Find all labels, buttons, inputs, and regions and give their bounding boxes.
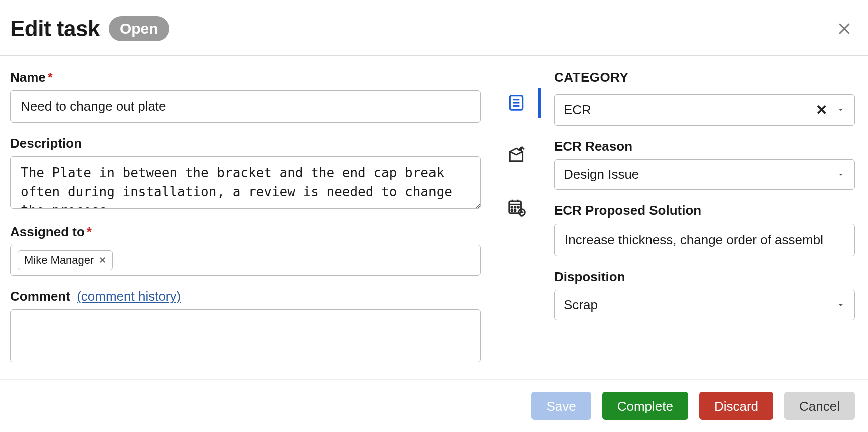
comment-textarea[interactable] (10, 309, 481, 362)
assigned-to-input[interactable]: Mike Manager ✕ (10, 245, 481, 276)
ecr-solution-label: ECR Proposed Solution (554, 203, 855, 219)
svg-point-11 (511, 210, 512, 211)
required-star: * (48, 70, 53, 85)
ecr-reason-label: ECR Reason (554, 139, 855, 154)
dialog-title: Edit task (10, 16, 100, 41)
category-panel: CATEGORY ECR ✕ ECR Reason Design Issue (541, 56, 868, 379)
close-icon[interactable] (833, 17, 856, 40)
edit-task-dialog: Edit task Open Name* Description Assigne… (0, 0, 868, 432)
comment-label-text: Comment (10, 289, 70, 304)
clear-category-icon[interactable]: ✕ (807, 102, 836, 118)
discard-button[interactable]: Discard (699, 392, 773, 420)
ecr-reason-select[interactable]: Design Issue (554, 159, 855, 190)
disposition-select[interactable]: Scrap (554, 290, 855, 320)
name-label-text: Name (10, 70, 46, 85)
name-input[interactable] (10, 90, 481, 123)
disposition-value: Scrap (564, 297, 845, 313)
assignee-chip[interactable]: Mike Manager ✕ (18, 250, 113, 270)
assignee-name: Mike Manager (24, 254, 94, 267)
save-button[interactable]: Save (531, 392, 591, 420)
complete-button[interactable]: Complete (602, 392, 688, 420)
tab-attachments[interactable] (504, 143, 528, 167)
dialog-header: Edit task Open (0, 0, 868, 56)
ecr-solution-input[interactable] (554, 224, 855, 256)
dialog-footer: Save Complete Discard Cancel (0, 379, 868, 432)
comment-label: Comment (comment history) (10, 289, 481, 304)
category-select[interactable]: ECR ✕ (554, 94, 855, 126)
category-value: ECR (564, 102, 807, 118)
comment-history-link[interactable]: (comment history) (77, 289, 181, 304)
assigned-to-label: Assigned to* (10, 224, 481, 240)
side-icon-rail (491, 56, 541, 379)
svg-point-8 (511, 206, 512, 208)
disposition-label: Disposition (554, 269, 855, 285)
tab-schedule[interactable] (504, 195, 528, 219)
description-label: Description (10, 136, 481, 151)
status-badge: Open (109, 16, 169, 41)
svg-point-12 (514, 210, 516, 211)
main-form-panel: Name* Description Assigned to* Mike Mana… (0, 56, 491, 379)
svg-point-9 (514, 206, 516, 208)
chevron-down-icon (836, 297, 845, 313)
category-heading: CATEGORY (554, 70, 855, 85)
name-label: Name* (10, 70, 481, 85)
ecr-reason-value: Design Issue (564, 167, 845, 182)
description-textarea[interactable] (10, 156, 481, 209)
cancel-button[interactable]: Cancel (784, 392, 855, 420)
remove-assignee-icon[interactable]: ✕ (99, 255, 106, 266)
assigned-label-text: Assigned to (10, 224, 85, 239)
chevron-down-icon (836, 167, 845, 182)
chevron-down-icon (836, 102, 845, 118)
tab-details[interactable] (504, 91, 528, 115)
required-star: * (87, 224, 92, 239)
svg-point-10 (517, 206, 519, 208)
